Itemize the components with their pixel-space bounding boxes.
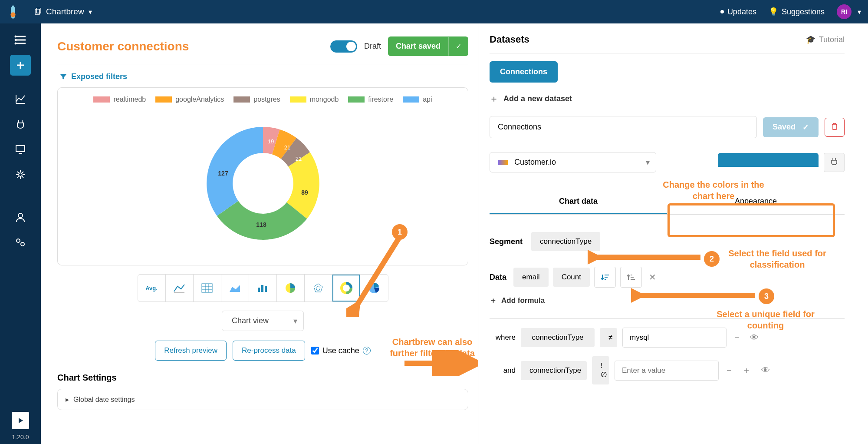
filter1-field-chip[interactable]: connectionType (521, 328, 595, 347)
help-icon[interactable]: ? (363, 347, 371, 355)
callout-filter-text: Chartbrew can also further filter the da… (380, 336, 484, 359)
svg-text:19: 19 (267, 138, 273, 145)
global-date-settings[interactable]: ▸ Global date settings (57, 389, 468, 410)
sidebar-monitor-icon[interactable] (10, 139, 31, 160)
svg-point-8 (15, 43, 16, 44)
remove-filter-icon[interactable]: − (732, 333, 742, 343)
sidebar-chart-icon[interactable] (10, 89, 31, 109)
svg-rect-28 (258, 288, 260, 292)
sidebar-user-icon[interactable] (10, 207, 31, 228)
svg-rect-11 (16, 146, 25, 152)
svg-point-16 (21, 242, 24, 246)
filter1-op-chip[interactable]: ≠ (600, 328, 617, 347)
charttype-polar[interactable] (360, 275, 388, 302)
sidebar-gear-icon[interactable] (10, 164, 31, 185)
connection-select[interactable]: Customer.io (490, 152, 656, 172)
lightbulb-icon: 💡 (769, 7, 778, 17)
plus-icon: ＋ (490, 295, 497, 305)
svg-rect-23 (202, 284, 212, 292)
charttype-avg[interactable]: Avg. (138, 275, 166, 302)
chevron-down-icon[interactable]: ▾ (858, 8, 861, 16)
svg-rect-30 (265, 286, 267, 292)
check-icon: ✓ (448, 37, 468, 56)
chart-legend: realtimedb googleAnalytics postgres mong… (66, 96, 460, 103)
data-field-chip[interactable]: email (513, 268, 549, 287)
svg-point-0 (10, 12, 15, 17)
charttype-radar[interactable] (305, 275, 332, 302)
sidebar-menu-icon[interactable] (10, 30, 31, 50)
svg-point-13 (19, 173, 22, 176)
svg-text:127: 127 (218, 170, 228, 177)
svg-marker-33 (316, 286, 320, 290)
charttype-donut[interactable] (332, 275, 360, 302)
filter2-op-chip[interactable]: !∅ (592, 356, 609, 384)
toggle-visibility-icon[interactable]: 👁 (759, 365, 773, 375)
charttype-area[interactable] (221, 275, 249, 302)
chart-view-select[interactable]: Chart view (222, 311, 304, 331)
chevron-down-icon: ▾ (89, 8, 92, 16)
remove-filter-icon[interactable]: − (724, 365, 734, 375)
dataset-name-input[interactable] (490, 116, 757, 138)
graduation-cap-icon: 🎓 (806, 35, 815, 44)
refresh-preview-button[interactable]: Refresh preview (155, 341, 227, 361)
draft-label: Draft (364, 42, 381, 51)
filter2-value-input[interactable] (615, 361, 719, 381)
project-name: Chartbrew (46, 7, 84, 17)
chart-preview: realtimedb googleAnalytics postgres mong… (57, 87, 468, 265)
filter-icon (60, 73, 67, 80)
svg-rect-1 (35, 9, 39, 14)
svg-text:89: 89 (301, 189, 308, 196)
suggestions-link[interactable]: 💡 Suggestions (769, 7, 825, 17)
tab-chart-data[interactable]: Chart data (490, 190, 667, 214)
dot-icon (720, 10, 724, 13)
connections-tab-button[interactable]: Connections (490, 61, 558, 83)
chart-saved-button[interactable]: Chart saved ✓ (388, 36, 468, 56)
delete-dataset-button[interactable] (825, 118, 845, 137)
exposed-filters-toggle[interactable]: Exposed filters (60, 72, 468, 81)
sidebar-plug-icon[interactable] (10, 114, 31, 135)
dataset-saved-button[interactable]: Saved ✓ (763, 117, 819, 137)
add-filter-icon[interactable]: ＋ (740, 364, 753, 376)
charttype-pie[interactable] (277, 275, 305, 302)
remove-data-icon[interactable]: ✕ (646, 272, 659, 282)
use-cache-checkbox[interactable]: Use cache ? (311, 346, 371, 355)
add-dataset-button[interactable]: ＋ Add a new dataset (490, 93, 845, 105)
add-formula-button[interactable]: ＋ Add formula (490, 295, 845, 305)
version-label: 1.20.0 (12, 434, 29, 441)
chart-editor-pane: Customer connections Draft Chart saved ✓… (41, 23, 479, 444)
sidebar-add-button[interactable] (10, 55, 31, 76)
sidebar-gears-icon[interactable] (10, 232, 31, 253)
updates-link[interactable]: Updates (720, 7, 756, 17)
project-selector[interactable]: Chartbrew ▾ (30, 4, 96, 19)
user-avatar[interactable]: RI (837, 4, 852, 19)
toggle-visibility-icon[interactable]: 👁 (747, 333, 761, 343)
sort-asc-button[interactable] (620, 267, 642, 288)
datasets-pane: Datasets 🎓 Tutorial Connections ＋ Add a … (479, 23, 868, 444)
svg-point-14 (18, 213, 23, 218)
callout-num-1: 1 (392, 224, 408, 240)
charttype-table[interactable] (194, 275, 221, 302)
app-logo (7, 4, 19, 20)
suggestions-label: Suggestions (782, 7, 825, 17)
data-agg-chip[interactable]: Count (553, 268, 590, 287)
charttype-line[interactable] (166, 275, 194, 302)
draft-toggle[interactable] (330, 40, 357, 53)
chart-title[interactable]: Customer connections (57, 40, 189, 53)
reprocess-data-button[interactable]: Re-process data (233, 341, 305, 361)
svg-text:118: 118 (256, 221, 266, 228)
segment-field-chip[interactable]: connectionType (531, 232, 600, 251)
tutorial-link[interactable]: 🎓 Tutorial (806, 35, 845, 44)
edit-connection-button[interactable] (718, 153, 819, 167)
filter2-field-chip[interactable]: connectionType (521, 361, 587, 380)
callout-colors-text: Change the colors in the chart here (653, 179, 774, 202)
charttype-bar[interactable] (249, 275, 277, 302)
chart-settings-heading: Chart Settings (57, 373, 468, 383)
plug-icon (830, 158, 838, 166)
filter-where-label: where (490, 333, 516, 342)
connection-plug-button[interactable] (824, 153, 845, 172)
sort-desc-button[interactable] (594, 267, 616, 288)
sidebar-expand-button[interactable] (12, 412, 29, 429)
trash-icon (831, 123, 838, 130)
chevron-right-icon: ▸ (66, 395, 69, 404)
chart-type-selector: Avg. (138, 274, 388, 302)
